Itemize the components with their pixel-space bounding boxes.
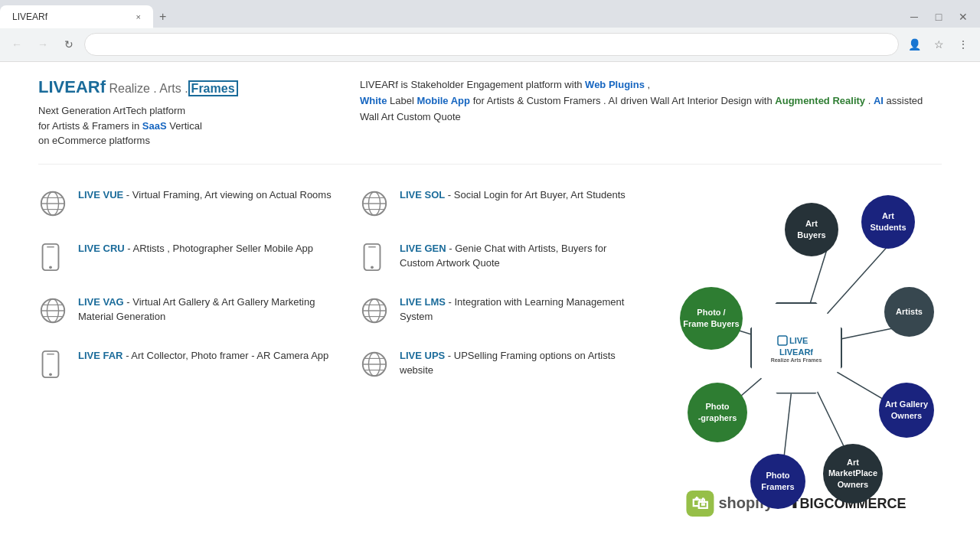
close-window-button[interactable]: ✕ [952,6,974,28]
gen-name: LIVE GEN [400,243,446,254]
vag-name: LIVE VAG [78,296,124,308]
far-icon [38,350,69,380]
svg-point-14 [49,373,52,376]
lms-text: LIVE LMS - Integration with Learning Man… [400,295,635,324]
services-left: LIVE VUE - Virtual Framing, Art viewing … [38,187,360,509]
svg-text:LIVE: LIVE [789,336,808,345]
node-artists: Artists [884,287,934,337]
logo-frames: Frames [188,80,238,96]
browser-chrome: LIVEARf × + ─ □ ✕ ← → ↻ 👤 ☆ ⋮ [0,0,980,62]
address-bar[interactable] [84,33,899,56]
browser-tab[interactable]: LIVEARf × [0,5,153,28]
service-item-far: LIVE FAR - Art Collector, Photo framer -… [38,348,345,380]
node-photographers: Photo-graphers [688,383,747,442]
ai-text: AI [874,95,884,106]
vue-text: LIVE VUE - Virtual Framing, Art viewing … [78,187,332,203]
menu-button[interactable]: ⋮ [952,34,974,55]
service-item-lms: LIVE LMS - Integration with Learning Man… [360,295,635,327]
diagram-container: LIVE LIVEARf Realize Arts Frames ArtBuye… [666,187,926,509]
service-item-ups: LIVE UPS - UPSelling Framing options on … [360,348,635,380]
mobile-app-text: Mobile App [416,95,470,106]
cru-icon [38,243,69,273]
desc-1: LIVEARf is Stakeholder Engagement platfo… [360,79,923,122]
maximize-button[interactable]: □ [928,6,949,28]
services-right: LIVE SOL - Social Login for Art Buyer, A… [360,187,651,509]
sol-icon [360,189,390,220]
web-plugins-text: Web Plugins [585,79,645,90]
sol-text: LIVE SOL - Social Login for Art Buyer, A… [400,187,626,203]
ups-name: LIVE UPS [400,350,445,361]
svg-rect-42 [778,336,787,345]
center-sub: Realize Arts Frames [771,357,822,364]
nav-bar: ← → ↻ 👤 ☆ ⋮ [0,28,980,61]
vag-text: LIVE VAG - Virtual Art Gallery & Art Gal… [78,295,345,324]
node-photo-framers: PhotoFramers [750,454,805,509]
forward-button[interactable]: → [32,34,54,55]
logo-realize: Realize . Arts . [106,82,188,95]
lms-name: LIVE LMS [400,296,446,308]
tab-close-button[interactable]: × [136,12,141,21]
header-tagline: Next Generation ArtTech platformfor Arti… [38,103,329,148]
far-text: LIVE FAR - Art Collector, Photo framer -… [78,348,328,364]
sol-name: LIVE SOL [400,189,445,201]
logo: LIVEARf Realize . Arts .Frames [38,77,329,97]
vue-name: LIVE VUE [78,189,123,201]
ar-text: Augmented Reality [775,95,865,106]
logo-arf: ARf [76,77,106,96]
node-art-students: ArtStudents [861,195,915,249]
cru-name: LIVE CRU [78,243,125,254]
cru-text: LIVE CRU - ARtists , Photographer Seller… [78,241,313,256]
back-button[interactable]: ← [6,34,28,55]
tab-bar: LIVEARf × + ─ □ ✕ [0,0,980,28]
header-right: LIVEARf is Stakeholder Engagement platfo… [360,77,942,148]
node-art-gallery-owners: Art GalleryOwners [879,383,934,438]
node-art-buyers: ArtBuyers [785,203,838,256]
vag-icon [38,296,69,327]
service-item-gen: LIVE GEN - Genie Chat with Artists, Buye… [360,241,635,273]
ups-icon [360,350,390,380]
node-art-marketplace-owners: ArtMarketPlaceOwners [823,444,883,504]
logo-live: LIVE [38,77,76,96]
lms-icon [360,296,390,327]
browser-nav-icons: 👤 ☆ ⋮ [903,34,974,55]
services-section: LIVE VUE - Virtual Framing, Art viewing … [38,187,942,509]
svg-point-22 [371,266,374,269]
tagline-text: Next Generation ArtTech platformfor Arti… [38,105,202,146]
diagram-section: LIVE LIVEARf Realize Arts Frames ArtBuye… [651,187,942,509]
new-tab-button[interactable]: + [153,10,172,24]
header-left: LIVEARf Realize . Arts .Frames Next Gene… [38,77,329,148]
center-logo: LIVE LIVEARf Realize Arts Frames [771,332,822,364]
tab-title: LIVEARf [12,11,47,22]
ups-text: LIVE UPS - UPSelling Framing options on … [400,348,635,378]
node-photo-frame-buyers: Photo /Frame Buyers [680,287,743,350]
center-brand: LIVEARf [779,347,813,357]
far-name: LIVE FAR [78,350,123,361]
page-content: LIVEARf Realize . Arts .Frames Next Gene… [0,62,980,524]
refresh-button[interactable]: ↻ [58,34,80,55]
service-item-vue: LIVE VUE - Virtual Framing, Art viewing … [38,187,345,220]
center-logo-icon: LIVE [777,332,815,347]
gen-icon [360,243,390,273]
service-item-sol: LIVE SOL - Social Login for Art Buyer, A… [360,187,635,220]
service-item-cru: LIVE CRU - ARtists , Photographer Seller… [38,241,345,273]
diagram-center: LIVE LIVEARf Realize Arts Frames [750,302,842,394]
saas-text: SaaS [142,120,167,132]
service-item-vag: LIVE VAG - Virtual Art Gallery & Art Gal… [38,295,345,327]
header-section: LIVEARf Realize . Arts .Frames Next Gene… [38,77,942,165]
profile-button[interactable]: 👤 [903,34,925,55]
svg-point-6 [49,266,52,269]
vue-icon [38,189,69,220]
white-text: White [360,95,387,106]
minimize-button[interactable]: ─ [903,6,925,28]
gen-text: LIVE GEN - Genie Chat with Artists, Buye… [400,241,635,271]
bookmark-button[interactable]: ☆ [928,34,949,55]
